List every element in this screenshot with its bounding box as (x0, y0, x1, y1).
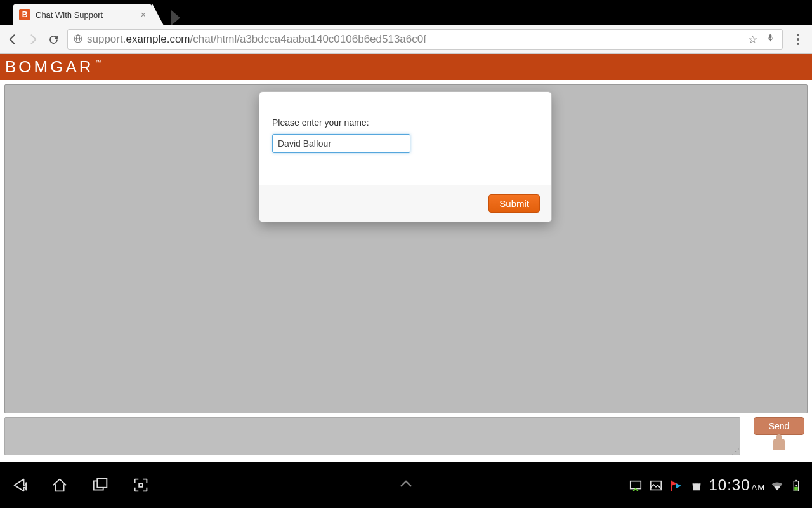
browser-toolbar: support.example.com/chat/html/a3bdcca4aa… (0, 25, 812, 54)
url-bar[interactable]: support.example.com/chat/html/a3bdcca4aa… (67, 29, 783, 50)
tab-close-icon[interactable]: × (141, 10, 146, 20)
chat-message-input[interactable]: ⋰ (4, 417, 740, 455)
resize-handle-icon[interactable]: ⋰ (731, 449, 739, 454)
send-button[interactable]: Send (754, 417, 804, 435)
name-prompt-dialog: Please enter your name: Submit (259, 91, 552, 222)
android-system-bar: 10:30 AM (0, 462, 812, 508)
user-avatar-icon (773, 439, 785, 450)
status-cast-icon (629, 479, 643, 491)
svg-rect-3 (769, 34, 771, 39)
android-expand-icon[interactable] (398, 476, 414, 495)
status-flag-icon (669, 479, 683, 491)
svg-rect-8 (631, 481, 641, 489)
page-body: ⋰ Send Please enter your name: Submit (0, 80, 812, 462)
site-info-icon[interactable] (73, 34, 83, 46)
android-home-icon[interactable] (49, 475, 70, 495)
android-recents-icon[interactable] (90, 475, 110, 495)
svg-rect-7 (139, 483, 143, 487)
name-input[interactable] (272, 134, 410, 153)
voice-search-icon[interactable] (763, 33, 777, 46)
forward-button[interactable] (27, 33, 39, 46)
status-gallery-icon (649, 479, 663, 491)
android-back-icon[interactable] (9, 475, 29, 495)
status-store-icon (690, 479, 704, 491)
new-tab-button[interactable] (171, 10, 180, 25)
svg-rect-11 (795, 480, 797, 481)
browser-tab[interactable]: B Chat With Support × (13, 4, 152, 25)
reload-button[interactable] (47, 33, 60, 46)
svg-rect-6 (97, 479, 107, 488)
submit-button[interactable]: Submit (488, 194, 540, 213)
url-text: support.example.com/chat/html/a3bdcca4aa… (87, 33, 742, 46)
bookmark-star-icon[interactable]: ☆ (745, 33, 759, 46)
tab-favicon: B (19, 9, 30, 20)
brand-header: BOMGAR™ (0, 54, 812, 80)
status-clock: 10:30 AM (709, 476, 765, 494)
status-wifi-icon (770, 479, 784, 491)
tab-title: Chat With Support (36, 10, 103, 20)
name-prompt-label: Please enter your name: (272, 117, 539, 128)
browser-menu-icon[interactable] (790, 32, 806, 47)
svg-rect-12 (794, 487, 798, 491)
back-button[interactable] (6, 33, 19, 46)
android-screenshot-icon[interactable] (131, 475, 151, 495)
status-battery-icon (789, 479, 803, 491)
browser-tab-strip: B Chat With Support × (0, 3, 812, 25)
brand-logo: BOMGAR™ (5, 57, 102, 77)
